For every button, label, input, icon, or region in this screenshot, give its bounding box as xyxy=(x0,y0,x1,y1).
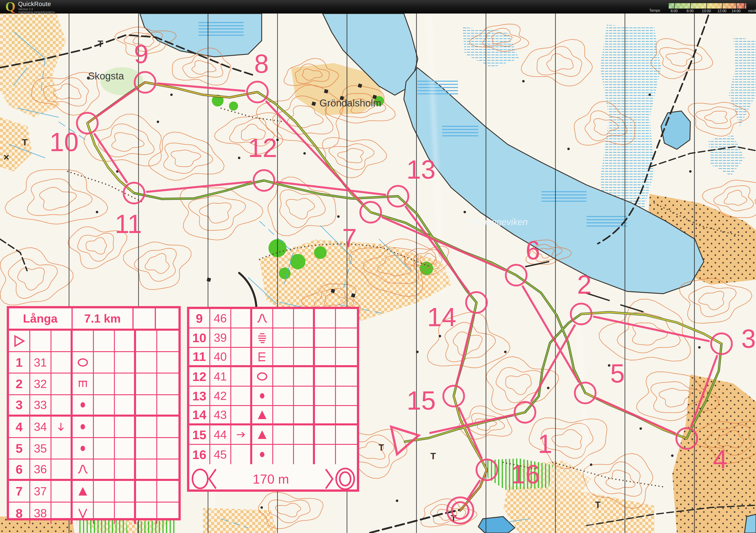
empty-cell xyxy=(315,386,336,405)
column-c-cell xyxy=(51,352,73,373)
empty-cell xyxy=(273,386,294,405)
empty-cell xyxy=(115,352,136,373)
empty-cell xyxy=(115,331,136,351)
empty-cell xyxy=(115,416,136,437)
empty-cell xyxy=(336,309,357,328)
control-code: 38 xyxy=(34,506,47,520)
control-number: 11 xyxy=(193,349,206,364)
control-code-cell: 36 xyxy=(30,460,51,479)
empty-cell xyxy=(115,460,136,479)
course-header: Långa 7.1 km xyxy=(9,308,178,331)
control-number: 13 xyxy=(192,389,206,403)
feature-symbol-cell xyxy=(73,374,94,394)
control-number-label-5: 5 xyxy=(610,359,625,388)
triangle-icon xyxy=(256,408,269,422)
control-number-label-3: 3 xyxy=(741,324,756,354)
tempo-tick-label: 14:00 xyxy=(732,9,741,13)
control-number-label-16: 16 xyxy=(511,460,540,489)
taped-route-start-icon xyxy=(189,466,219,491)
control-number-label-9: 9 xyxy=(134,40,149,69)
empty-cell xyxy=(94,503,115,524)
empty-cell xyxy=(136,438,157,459)
column-c-cell xyxy=(231,406,252,423)
tempo-tick-label: 6:00 xyxy=(671,9,678,13)
control-row: 1544 xyxy=(189,425,357,445)
control-code: 33 xyxy=(34,398,47,412)
tempo-tick xyxy=(722,3,723,9)
control-row: 1443 xyxy=(189,406,357,425)
control-number-cell: 3 xyxy=(9,395,30,414)
column-c-cell xyxy=(51,395,73,414)
column-c-cell xyxy=(51,438,73,459)
empty-cell xyxy=(336,386,357,405)
column-c-cell xyxy=(231,445,252,464)
control-row: 1342 xyxy=(189,386,357,406)
empty-cell xyxy=(94,374,115,394)
control-code: 37 xyxy=(34,485,47,498)
control-number: 1 xyxy=(15,355,23,370)
feature-symbol-cell xyxy=(252,386,273,405)
control-row: 838 xyxy=(9,503,178,524)
tempo-tick xyxy=(674,3,675,9)
empty-cell xyxy=(157,374,178,394)
course-length: 7.1 km xyxy=(73,308,134,329)
empty-cell xyxy=(315,348,336,365)
svg-text:Q: Q xyxy=(5,0,15,13)
app-title: QuickRoute xyxy=(18,1,51,8)
control-descriptions-left: Långa 7.1 km 131232333434535636737838 xyxy=(7,306,181,520)
control-code: 40 xyxy=(214,350,227,363)
empty-cell xyxy=(294,367,315,386)
empty-cell xyxy=(157,331,178,351)
tempo-unit: min/km xyxy=(748,9,756,13)
finish-icon xyxy=(323,466,357,491)
control-number: 4 xyxy=(15,419,23,434)
empty-cell xyxy=(336,406,357,423)
control-number: 10 xyxy=(192,331,206,345)
control-number: 7 xyxy=(15,484,23,498)
column-c-cell xyxy=(231,425,252,444)
bell-icon xyxy=(76,463,90,476)
empty-cell xyxy=(336,445,357,464)
empty-cell xyxy=(94,352,115,373)
control-number-label-15: 15 xyxy=(407,386,436,415)
quickroute-logo-icon: Q xyxy=(5,0,16,13)
app-website: matstroeng.se/quickroute/sv xyxy=(18,11,55,14)
control-number-cell: 16 xyxy=(189,445,210,464)
feature-symbol-cell xyxy=(73,395,94,414)
empty-cell xyxy=(273,367,294,386)
control-code-cell: 43 xyxy=(210,406,231,423)
control-number-cell: 14 xyxy=(189,406,210,423)
control-row: 535 xyxy=(9,438,178,460)
control-descriptions-right: 9461039114012411342144315441645 170 m xyxy=(187,307,359,492)
control-number-label-14: 14 xyxy=(427,303,456,332)
empty-cell xyxy=(157,395,178,414)
empty-cell xyxy=(73,331,94,351)
svg-text:×: × xyxy=(3,151,9,163)
control-number-cell: 5 xyxy=(9,438,30,459)
place-label-grondalsholm: Gröndalsholm xyxy=(319,97,381,109)
empty-cell xyxy=(136,374,157,394)
control-number-label-8: 8 xyxy=(254,49,269,78)
oval-icon xyxy=(256,370,269,383)
control-code: 32 xyxy=(34,377,47,391)
control-row: 1140 xyxy=(189,348,357,367)
feature-symbol-cell xyxy=(73,416,94,437)
control-number: 6 xyxy=(15,462,23,477)
empty-cell xyxy=(157,438,178,459)
control-code-cell: 45 xyxy=(210,445,231,464)
empty-cell xyxy=(157,460,178,479)
arrow-down-icon xyxy=(55,420,67,433)
control-row: 232 xyxy=(9,374,178,395)
control-number-cell: 11 xyxy=(189,348,210,365)
comb-down-icon xyxy=(76,377,90,391)
tempo-tick xyxy=(736,3,737,9)
empty-cell xyxy=(136,503,157,524)
control-code-cell: 34 xyxy=(30,416,51,437)
empty-cell xyxy=(294,445,315,464)
course-name: Långa xyxy=(9,308,73,329)
empty-cell xyxy=(336,329,357,347)
control-code-cell: 39 xyxy=(210,329,231,347)
control-code: 43 xyxy=(214,408,227,422)
svg-text:T: T xyxy=(98,39,103,49)
svg-text:T: T xyxy=(22,137,28,147)
